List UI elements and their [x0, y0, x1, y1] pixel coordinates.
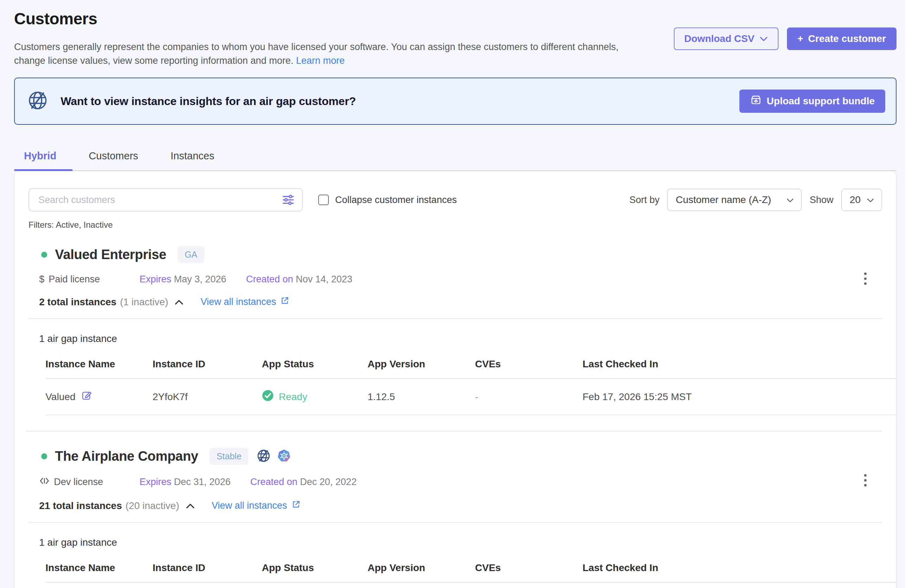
- license-type-label: Paid license: [49, 274, 100, 285]
- instance-name-cell: Valued: [46, 390, 152, 404]
- created-label: Created on: [246, 274, 293, 284]
- customer-name[interactable]: Valued Enterprise: [55, 247, 166, 262]
- created-field: Created on Nov 14, 2023: [246, 274, 352, 285]
- instances-inactive: (1 inactive): [120, 296, 168, 308]
- learn-more-link[interactable]: Learn more: [296, 56, 345, 66]
- expires-date: May 3, 2026: [174, 274, 227, 284]
- collapse-chevron-up-icon[interactable]: [186, 503, 195, 509]
- kebab-menu-button[interactable]: [858, 470, 872, 491]
- kubernetes-icon: [277, 448, 291, 465]
- col-instance-name: Instance Name: [46, 359, 152, 370]
- col-app-version: App Version: [368, 562, 475, 574]
- instances-table: Instance Name Instance ID App Status App…: [46, 562, 897, 583]
- collapse-instances-checkbox[interactable]: [318, 195, 329, 205]
- col-instance-id: Instance ID: [152, 359, 262, 370]
- page-header: Customers Customers generally represent …: [14, 0, 897, 68]
- view-all-instances-label: View all instances: [212, 500, 287, 511]
- instance-name: Valued: [46, 391, 75, 402]
- upload-support-bundle-button[interactable]: Upload support bundle: [739, 89, 885, 113]
- plus-icon: +: [797, 33, 803, 44]
- sort-by-label: Sort by: [629, 195, 660, 205]
- col-last-checked-in: Last Checked In: [583, 562, 897, 574]
- page-description: Customers generally represent the compan…: [14, 40, 638, 68]
- filters-note: Filters: Active, Inactive: [29, 220, 882, 230]
- instances-total: 21 total instances: [39, 500, 122, 512]
- show-select[interactable]: 20: [841, 189, 882, 211]
- customer-header: The Airplane Company Stable: [29, 448, 882, 465]
- show-value: 20: [849, 194, 861, 205]
- search-input[interactable]: [29, 188, 303, 211]
- kebab-menu-button[interactable]: [858, 268, 872, 289]
- col-cves: CVEs: [475, 359, 583, 370]
- show-label: Show: [810, 195, 834, 205]
- channel-badge: Stable: [210, 448, 248, 465]
- instances-total: 2 total instances: [39, 296, 116, 308]
- airgap-globe-icon: [27, 89, 49, 113]
- chevron-down-icon: [759, 33, 768, 44]
- collapse-instances-toggle[interactable]: Collapse customer instances: [318, 195, 457, 205]
- instances-inactive: (20 inactive): [125, 500, 179, 512]
- expires-label: Expires: [140, 477, 171, 487]
- col-app-version: App Version: [368, 359, 475, 370]
- airgap-globe-icon: [256, 448, 271, 465]
- instance-id: 2YfoK7f: [152, 391, 262, 402]
- customers-page: Customers Customers generally represent …: [0, 0, 905, 588]
- divider: [29, 522, 882, 523]
- app-version: 1.12.5: [368, 391, 475, 402]
- chevron-down-icon: [786, 194, 794, 205]
- download-csv-button[interactable]: Download CSV: [674, 27, 778, 50]
- col-instance-name: Instance Name: [46, 562, 152, 574]
- collapse-chevron-up-icon[interactable]: [175, 299, 184, 305]
- download-csv-label: Download CSV: [684, 33, 754, 44]
- created-label: Created on: [250, 477, 297, 487]
- airgap-instance-heading: 1 air gap instance: [39, 537, 882, 548]
- tab-hybrid[interactable]: Hybrid: [14, 145, 73, 170]
- app-status: Ready: [279, 391, 307, 402]
- tab-customers[interactable]: Customers: [73, 145, 154, 170]
- col-last-checked-in: Last Checked In: [583, 359, 897, 370]
- col-cves: CVEs: [475, 562, 583, 574]
- banner-title: Want to view instance insights for an ai…: [60, 95, 727, 108]
- col-app-status: App Status: [262, 562, 368, 574]
- filter-sliders-icon[interactable]: [282, 193, 295, 208]
- airgap-banner: Want to view instance insights for an ai…: [14, 78, 897, 125]
- header-actions: Download CSV + Create customer: [674, 27, 897, 50]
- instances-summary: 21 total instances (20 inactive) View al…: [39, 500, 882, 512]
- expires-date: Dec 31, 2026: [174, 477, 231, 487]
- created-field: Created on Dec 20, 2022: [250, 477, 357, 488]
- col-instance-id: Instance ID: [152, 562, 262, 574]
- customer-meta: $ Paid license Expires May 3, 2026 Creat…: [39, 274, 882, 285]
- dev-license-icon: [39, 475, 50, 489]
- active-status-dot: [41, 252, 47, 258]
- instances-table: Instance Name Instance ID App Status App…: [46, 359, 897, 415]
- airgap-instance-heading: 1 air gap instance: [39, 333, 882, 345]
- page-title: Customers: [14, 9, 638, 28]
- sort-by-select[interactable]: Customer name (A-Z): [667, 189, 802, 211]
- col-app-status: App Status: [262, 359, 368, 370]
- expires-field: Expires Dec 31, 2026: [140, 477, 230, 488]
- license-type-label: Dev license: [54, 477, 103, 488]
- customer-name[interactable]: The Airplane Company: [55, 449, 198, 464]
- instances-table-header: Instance Name Instance ID App Status App…: [46, 359, 897, 379]
- active-status-dot: [41, 453, 47, 459]
- view-all-instances-link[interactable]: View all instances: [200, 296, 289, 308]
- channel-badge: GA: [178, 246, 205, 263]
- toolbar: Collapse customer instances Sort by Cust…: [29, 188, 882, 211]
- customer-card-airplane-company: The Airplane Company Stable: [29, 448, 882, 583]
- customers-panel: Collapse customer instances Sort by Cust…: [14, 171, 897, 588]
- created-date: Dec 20, 2022: [300, 477, 357, 487]
- create-customer-button[interactable]: + Create customer: [787, 27, 897, 50]
- instances-summary: 2 total instances (1 inactive) View all …: [39, 296, 882, 308]
- view-all-instances-label: View all instances: [200, 296, 276, 307]
- cves-value: -: [475, 391, 583, 402]
- paid-license-icon: $: [39, 274, 44, 285]
- tab-instances[interactable]: Instances: [154, 145, 230, 170]
- customer-meta: Dev license Expires Dec 31, 2026 Created…: [39, 475, 882, 489]
- external-link-icon: [280, 296, 289, 308]
- customer-header: Valued Enterprise GA: [29, 246, 882, 263]
- view-all-instances-link[interactable]: View all instances: [212, 500, 301, 512]
- divider: [29, 318, 882, 319]
- edit-icon[interactable]: [81, 390, 92, 404]
- tab-bar: Hybrid Customers Instances: [14, 145, 897, 171]
- check-circle-icon: [262, 389, 274, 404]
